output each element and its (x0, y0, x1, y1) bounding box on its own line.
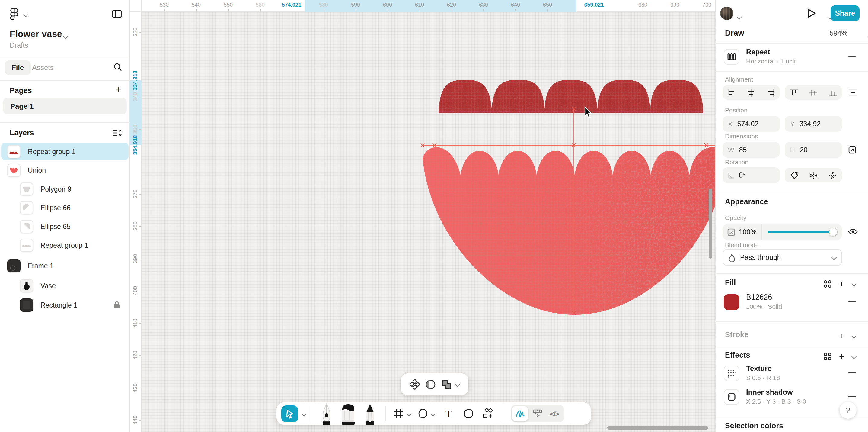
transform-group (785, 168, 842, 182)
draw-mode-toggle[interactable] (512, 406, 528, 421)
layer-row-polygon[interactable]: Polygon 9 (1, 180, 129, 198)
resources-tool[interactable] (480, 406, 496, 422)
remove-texture-button[interactable] (848, 372, 856, 373)
add-stroke-button[interactable]: + (839, 330, 844, 341)
align-bottom-icon[interactable] (829, 88, 836, 96)
remove-repeat-button[interactable] (848, 56, 856, 57)
frame-tool-chevron-icon[interactable] (406, 411, 411, 416)
flip-vertical-icon[interactable] (829, 171, 837, 179)
vertical-scrollbar[interactable] (709, 189, 712, 259)
stroke-options-chevron-icon[interactable] (852, 333, 857, 338)
text-tool[interactable]: T (441, 406, 456, 422)
layer-thumb-rectangle-dark (20, 298, 33, 312)
layer-row-rectangle[interactable]: Rectangle 1 (1, 296, 129, 314)
fill-color-name[interactable]: B12626 (746, 294, 782, 301)
align-top-icon[interactable] (790, 88, 798, 96)
frame-tool[interactable] (391, 406, 406, 422)
help-button[interactable]: ? (840, 402, 857, 419)
add-effect-button[interactable]: + (839, 351, 844, 361)
remove-fill-button[interactable] (848, 301, 856, 302)
align-left-icon[interactable] (728, 88, 736, 96)
tab-assets[interactable]: Assets (32, 63, 54, 72)
align-center-h-icon[interactable] (747, 88, 755, 96)
fill-color-swatch[interactable] (724, 294, 739, 310)
blend-mode-select[interactable]: Pass through (722, 249, 842, 266)
position-x-field[interactable]: X574.02 (722, 116, 780, 132)
avatar-chevron-icon[interactable] (736, 15, 741, 19)
constrain-proportions-icon[interactable] (848, 146, 857, 154)
main-toolbar: T </> (276, 402, 591, 425)
repeat-group-scallops[interactable] (435, 76, 707, 118)
brush-tool[interactable] (339, 402, 357, 425)
remove-inner-shadow-button[interactable] (848, 396, 856, 397)
layer-row-repeat-group[interactable]: Repeat group 1 (1, 143, 129, 160)
collapse-layers-icon[interactable] (112, 129, 122, 137)
effect-styles-icon[interactable] (823, 352, 832, 361)
opacity-control[interactable]: 100% (722, 224, 842, 240)
fill-item[interactable]: B12626 100% · Solid (724, 294, 782, 311)
layer-row-ellipse-65[interactable]: Ellipse 65 (1, 218, 129, 235)
scatter-pattern-icon[interactable] (410, 379, 420, 390)
opacity-slider[interactable] (768, 231, 836, 233)
visibility-eye-icon[interactable] (848, 228, 858, 236)
shape-tool-chevron-icon[interactable] (430, 411, 435, 416)
layer-row-vase[interactable]: Vase (1, 277, 129, 294)
fill-options-chevron-icon[interactable] (852, 281, 857, 286)
fill-styles-icon[interactable] (823, 280, 832, 288)
appearance-header: Appearance (725, 198, 768, 206)
blob-tool[interactable] (461, 406, 476, 422)
dev-mode-toggle[interactable]: </> (546, 406, 563, 421)
mode-switcher: </> (511, 405, 564, 422)
share-button[interactable]: Share (831, 5, 860, 21)
layer-row-frame[interactable]: Frame 1 (1, 256, 129, 275)
rotation-field[interactable]: 0° (722, 167, 780, 183)
lock-icon[interactable] (114, 301, 120, 309)
ruler-horizontal[interactable] (130, 0, 715, 12)
width-field[interactable]: W85 (722, 142, 780, 158)
repeat-modifier-card[interactable]: Repeat Horizontal · 1 unit (724, 48, 796, 65)
design-mode-toggle[interactable] (528, 406, 546, 421)
align-right-icon[interactable] (766, 88, 774, 96)
pencil-tool[interactable] (362, 402, 378, 425)
align-middle-v-icon[interactable] (809, 88, 817, 96)
effects-options-chevron-icon[interactable] (852, 354, 857, 358)
zoom-level[interactable]: 594% (830, 30, 847, 37)
logo-menu-chevron-icon[interactable] (23, 12, 28, 17)
effect-item-texture[interactable]: Texture S 0.5 · R 18 (724, 365, 780, 382)
add-fill-button[interactable]: + (839, 279, 844, 289)
left-sidebar: Flower vase Drafts File Assets Pages + P… (0, 0, 130, 432)
boolean-group[interactable] (441, 379, 459, 390)
pen-tool[interactable] (319, 402, 334, 425)
rotate-icon[interactable] (790, 171, 799, 179)
opacity-slider-thumb[interactable] (829, 228, 837, 236)
layer-row-union[interactable]: Union (1, 161, 129, 179)
page-item[interactable]: Page 1 (3, 98, 127, 114)
present-play-icon[interactable] (806, 8, 817, 19)
distribute-spacing-icon[interactable] (849, 88, 857, 96)
height-field[interactable]: H20 (785, 142, 842, 158)
flip-horizontal-icon[interactable] (809, 171, 818, 179)
alignment-label: Alignment (725, 76, 753, 83)
tab-file[interactable]: File (5, 60, 30, 75)
ruler-vertical[interactable] (130, 12, 142, 432)
horizontal-scrollbar[interactable] (607, 426, 708, 430)
file-title[interactable]: Flower vase (10, 28, 62, 39)
app-logo-icon[interactable] (10, 8, 19, 21)
search-icon[interactable] (114, 63, 122, 71)
shape-tool[interactable] (415, 406, 430, 422)
avatar[interactable] (720, 7, 734, 20)
effect-item-inner-shadow[interactable]: Inner shadow X 2.5 · Y 3 · B 3 · S 0 (724, 388, 806, 405)
opacity-value[interactable]: 100% (739, 228, 756, 236)
select-tool-chevron-icon[interactable] (301, 411, 306, 416)
layer-row-repeat-group-2[interactable]: Repeat group 1 (1, 236, 129, 254)
blend-contrast-icon[interactable] (426, 379, 436, 390)
file-title-chevron-icon[interactable] (63, 34, 68, 39)
select-tool[interactable] (281, 405, 298, 422)
toggle-sidebar-icon[interactable] (112, 10, 122, 18)
position-y-field[interactable]: Y334.92 (785, 116, 842, 132)
stroke-header: Stroke (725, 330, 748, 339)
canvas[interactable] (130, 0, 715, 432)
ruler-corner (130, 0, 142, 12)
layer-row-ellipse-66[interactable]: Ellipse 66 (1, 199, 129, 216)
add-page-button[interactable]: + (114, 84, 123, 95)
